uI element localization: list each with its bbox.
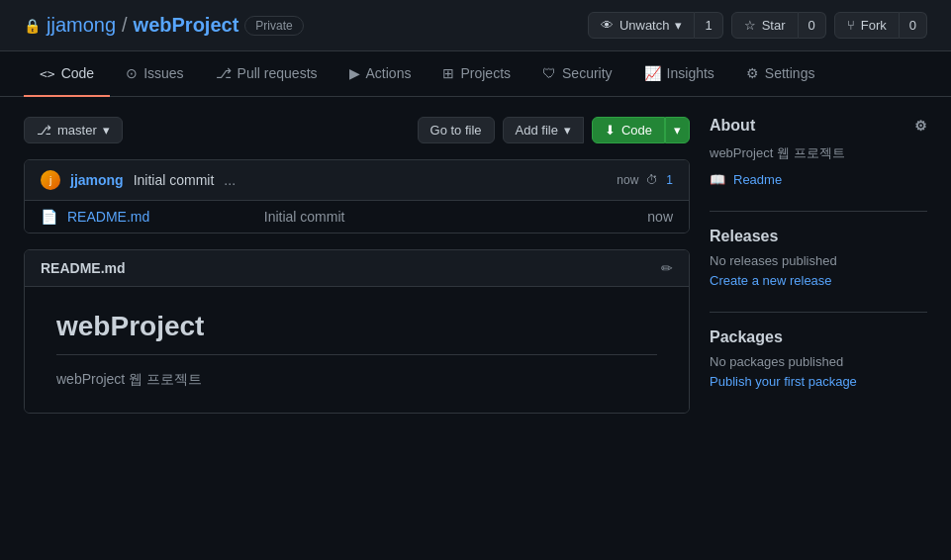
- code-label: Code: [621, 123, 652, 138]
- actions-tab-icon: ▶: [349, 65, 360, 81]
- repo-separator: /: [122, 14, 128, 37]
- tab-actions-label: Actions: [366, 65, 412, 81]
- add-file-label: Add file: [516, 123, 558, 138]
- commit-row: j jjamong Initial commit ... now ⏱ 1: [25, 160, 689, 201]
- about-label: About: [710, 117, 755, 135]
- star-label: Star: [762, 18, 786, 33]
- unwatch-count[interactable]: 1: [695, 12, 722, 39]
- fork-label: Fork: [861, 18, 887, 33]
- commit-count[interactable]: 1: [666, 173, 673, 187]
- tab-projects[interactable]: ⊞ Projects: [427, 51, 526, 97]
- code-dropdown-button[interactable]: ▾: [665, 117, 690, 143]
- star-count[interactable]: 0: [799, 12, 826, 39]
- commit-time: now: [617, 173, 638, 187]
- branch-icon: ⎇: [37, 123, 51, 138]
- packages-section: Packages No packages published Publish y…: [710, 328, 927, 389]
- tab-code-label: Code: [61, 65, 94, 81]
- settings-tab-icon: ⚙: [746, 65, 759, 81]
- fork-button[interactable]: ⑂ Fork: [834, 12, 900, 39]
- issues-tab-icon: ⊙: [126, 65, 138, 81]
- projects-tab-icon: ⊞: [442, 65, 454, 81]
- download-icon: ⬇: [605, 123, 616, 138]
- tab-issues[interactable]: ⊙ Issues: [110, 51, 199, 97]
- repo-title: 🔒 jjamong / webProject Private: [24, 14, 304, 37]
- toolbar-right: Go to file Add file ▾ ⬇ Code ▾: [418, 117, 690, 143]
- file-time: now: [647, 209, 673, 225]
- security-tab-icon: 🛡: [542, 65, 556, 81]
- code-button[interactable]: ⬇ Code: [592, 117, 665, 143]
- tab-projects-label: Projects: [460, 65, 511, 81]
- readme-title: README.md: [41, 260, 126, 276]
- chevron-down-icon: ▾: [564, 123, 571, 138]
- goto-file-button[interactable]: Go to file: [418, 117, 495, 143]
- tab-pull-requests[interactable]: ⎇ Pull requests: [200, 51, 333, 97]
- book-icon: 📖: [710, 172, 725, 187]
- pull-requests-tab-icon: ⎇: [216, 65, 232, 81]
- tab-settings-label: Settings: [765, 65, 815, 81]
- releases-heading: Releases: [710, 228, 927, 245]
- no-packages-text: No packages published: [710, 354, 927, 369]
- toolbar: ⎇ master ▾ Go to file Add file ▾ ⬇: [24, 117, 690, 143]
- publish-package-link[interactable]: Publish your first package: [710, 374, 857, 389]
- edit-readme-button[interactable]: ✏: [661, 260, 673, 276]
- no-releases-text: No releases published: [710, 253, 927, 268]
- tab-security-label: Security: [562, 65, 613, 81]
- tab-actions[interactable]: ▶ Actions: [333, 51, 428, 97]
- file-table: j jjamong Initial commit ... now ⏱ 1 📄 R…: [24, 159, 690, 233]
- tab-insights-label: Insights: [667, 65, 714, 81]
- readme-description: webProject 웹 프로젝트: [56, 371, 657, 389]
- commit-dots: ...: [224, 172, 236, 188]
- readme-link[interactable]: Readme: [733, 172, 782, 187]
- tab-security[interactable]: 🛡 Security: [526, 51, 628, 97]
- about-section: About ⚙ webProject 웹 프로젝트 📖 Readme: [710, 117, 927, 187]
- gear-icon[interactable]: ⚙: [914, 118, 927, 134]
- about-heading: About ⚙: [710, 117, 927, 135]
- main-content: ⎇ master ▾ Go to file Add file ▾ ⬇: [0, 97, 951, 433]
- unwatch-button[interactable]: 👁 Unwatch ▾: [588, 12, 696, 39]
- tab-insights[interactable]: 📈 Insights: [628, 51, 730, 97]
- file-name[interactable]: README.md: [67, 209, 254, 225]
- tab-settings[interactable]: ⚙ Settings: [730, 51, 831, 97]
- caret-down-icon: ▾: [674, 123, 681, 138]
- branch-name: master: [57, 123, 97, 138]
- star-icon: ☆: [744, 18, 756, 33]
- add-file-group: Add file ▾: [503, 117, 584, 143]
- readme-box: README.md ✏ webProject webProject 웹 프로젝트: [24, 249, 690, 414]
- repo-content: ⎇ master ▾ Go to file Add file ▾ ⬇: [24, 117, 690, 414]
- tab-pull-requests-label: Pull requests: [238, 65, 318, 81]
- packages-heading: Packages: [710, 328, 927, 346]
- code-tab-icon: <>: [40, 66, 55, 81]
- tab-issues-label: Issues: [143, 65, 183, 81]
- fork-count[interactable]: 0: [900, 12, 927, 39]
- fork-icon: ⑂: [847, 18, 855, 33]
- about-description: webProject 웹 프로젝트: [710, 144, 927, 162]
- sidebar-divider-2: [710, 312, 927, 313]
- unwatch-group: 👁 Unwatch ▾ 1: [588, 12, 723, 39]
- table-row: 📄 README.md Initial commit now: [25, 201, 689, 233]
- add-file-button[interactable]: Add file ▾: [503, 117, 584, 143]
- tab-code[interactable]: <> Code: [24, 51, 110, 97]
- commit-author[interactable]: jjamong: [70, 172, 124, 188]
- file-icon: 📄: [41, 209, 57, 225]
- sidebar-divider-1: [710, 211, 927, 212]
- branch-selector[interactable]: ⎇ master ▾: [24, 117, 123, 143]
- commit-meta: now ⏱ 1: [617, 173, 673, 187]
- chevron-down-icon: ▾: [103, 123, 110, 138]
- insights-tab-icon: 📈: [644, 65, 661, 81]
- fork-group: ⑂ Fork 0: [834, 12, 927, 39]
- repo-owner[interactable]: jjamong: [47, 14, 116, 37]
- star-button[interactable]: ☆ Star: [731, 12, 799, 39]
- history-icon: ⏱: [646, 173, 658, 187]
- unwatch-label: Unwatch: [619, 18, 670, 33]
- commit-message: Initial commit: [134, 172, 215, 188]
- file-commit-message: Initial commit: [264, 209, 638, 225]
- private-badge: Private: [244, 16, 303, 36]
- readme-project-title: webProject: [56, 311, 657, 355]
- releases-section: Releases No releases published Create a …: [710, 228, 927, 288]
- repo-name[interactable]: webProject: [134, 14, 239, 37]
- sidebar: About ⚙ webProject 웹 프로젝트 📖 Readme Relea…: [710, 117, 927, 414]
- goto-file-label: Go to file: [430, 123, 482, 138]
- avatar: j: [41, 170, 60, 190]
- chevron-down-icon: ▾: [675, 18, 682, 33]
- create-release-link[interactable]: Create a new release: [710, 273, 832, 288]
